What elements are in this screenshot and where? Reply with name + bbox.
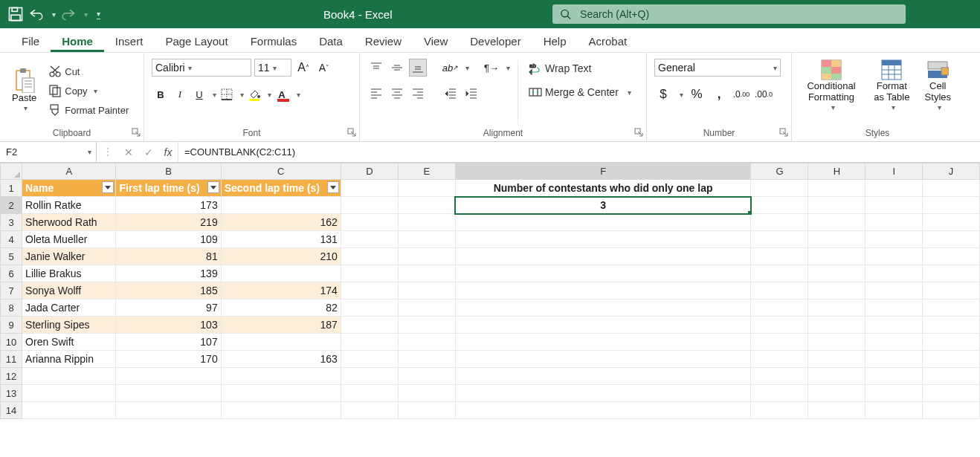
select-all-corner[interactable]	[1, 163, 22, 180]
cell-I6[interactable]	[865, 265, 923, 282]
cell-H11[interactable]	[808, 351, 865, 368]
cell-C11[interactable]: 163	[221, 351, 341, 368]
cell-B12[interactable]	[116, 368, 221, 385]
cell-G7[interactable]	[751, 282, 808, 299]
row-header-6[interactable]: 6	[1, 265, 22, 282]
column-header-A[interactable]: A	[22, 163, 116, 180]
filter-button[interactable]	[102, 181, 114, 193]
cell-D8[interactable]	[341, 299, 398, 317]
cell-A8[interactable]: Jada Carter	[22, 299, 116, 317]
cell-A10[interactable]: Oren Swift	[22, 334, 116, 351]
cell-E9[interactable]	[398, 317, 455, 334]
wrap-text-button[interactable]: abWrap Text	[524, 60, 636, 77]
cell-J11[interactable]	[923, 351, 980, 368]
cell-H14[interactable]	[808, 402, 865, 419]
cell-D4[interactable]	[341, 231, 398, 248]
cell-C4[interactable]: 131	[221, 231, 341, 248]
decrease-indent-button[interactable]	[442, 84, 460, 102]
cell-I3[interactable]	[865, 214, 923, 231]
cell-I7[interactable]	[865, 282, 923, 299]
paste-menu-chevron-icon[interactable]: ▾	[24, 104, 28, 113]
filter-button[interactable]	[207, 181, 219, 193]
cell-A13[interactable]	[22, 385, 116, 402]
cell-G13[interactable]	[751, 385, 808, 402]
cell-D12[interactable]	[341, 368, 398, 385]
redo-menu-chevron-icon[interactable]: ▾	[84, 10, 88, 19]
column-header-E[interactable]: E	[398, 163, 455, 180]
cell-E11[interactable]	[398, 351, 455, 368]
cell-E1[interactable]	[398, 180, 455, 197]
cell-D6[interactable]	[341, 265, 398, 282]
formula-input[interactable]: =COUNTBLANK(C2:C11)	[178, 142, 980, 162]
tab-review[interactable]: Review	[354, 30, 413, 52]
orientation-button[interactable]: ab↗	[442, 59, 460, 77]
cell-J9[interactable]	[923, 317, 980, 334]
font-color-menu-chevron-icon[interactable]: ▾	[297, 91, 300, 99]
formula-dropdown-icon[interactable]: ⋮	[103, 146, 113, 158]
orientation-menu-chevron-icon[interactable]: ▾	[465, 64, 469, 72]
cell-C5[interactable]: 210	[221, 248, 341, 265]
cell-C3[interactable]: 162	[221, 214, 341, 231]
cell-B13[interactable]	[116, 385, 221, 402]
cell-F4[interactable]	[455, 231, 751, 248]
cell-H5[interactable]	[808, 248, 865, 265]
cell-A12[interactable]	[22, 368, 116, 385]
cell-E4[interactable]	[398, 231, 455, 248]
cell-G6[interactable]	[751, 265, 808, 282]
tab-developer[interactable]: Developer	[459, 30, 532, 52]
cell-H8[interactable]	[808, 299, 865, 317]
decrease-font-button[interactable]: A˅	[315, 59, 333, 77]
row-header-14[interactable]: 14	[1, 402, 22, 419]
cell-H10[interactable]	[808, 334, 865, 351]
row-header-13[interactable]: 13	[1, 385, 22, 402]
cell-F8[interactable]	[455, 299, 751, 317]
cell-B3[interactable]: 219	[116, 214, 221, 231]
cell-G11[interactable]	[751, 351, 808, 368]
search-input[interactable]	[578, 7, 898, 21]
column-header-F[interactable]: F	[455, 163, 751, 180]
cell-I8[interactable]	[865, 299, 923, 317]
cell-G4[interactable]	[751, 231, 808, 248]
cell-H3[interactable]	[808, 214, 865, 231]
cell-B9[interactable]: 103	[116, 317, 221, 334]
cell-F9[interactable]	[455, 317, 751, 334]
cell-E13[interactable]	[398, 385, 455, 402]
cut-button[interactable]: Cut	[44, 63, 133, 80]
row-header-2[interactable]: 2	[1, 197, 22, 214]
increase-indent-button[interactable]	[462, 84, 480, 102]
cell-E12[interactable]	[398, 368, 455, 385]
cell-C6[interactable]	[221, 265, 341, 282]
format-as-table-button[interactable]: Format as Table▾	[868, 57, 916, 113]
enter-formula-button[interactable]: ✓	[144, 146, 153, 158]
cell-J1[interactable]	[923, 180, 980, 197]
number-format-select[interactable]: General▾	[654, 59, 781, 77]
cell-F7[interactable]	[455, 282, 751, 299]
cell-J5[interactable]	[923, 248, 980, 265]
cell-I2[interactable]	[865, 197, 923, 214]
borders-menu-chevron-icon[interactable]: ▾	[240, 91, 244, 99]
alignment-dialog-launcher[interactable]	[634, 128, 643, 137]
cell-I9[interactable]	[865, 317, 923, 334]
row-header-7[interactable]: 7	[1, 282, 22, 299]
cell-G5[interactable]	[751, 248, 808, 265]
cell-F3[interactable]	[455, 214, 751, 231]
cell-J13[interactable]	[923, 385, 980, 402]
cell-G3[interactable]	[751, 214, 808, 231]
column-header-G[interactable]: G	[751, 163, 808, 180]
cell-D5[interactable]	[341, 248, 398, 265]
cell-J14[interactable]	[923, 402, 980, 419]
cell-I12[interactable]	[865, 368, 923, 385]
tab-file[interactable]: File	[10, 30, 51, 52]
cell-F2[interactable]: 3	[455, 197, 751, 214]
cell-B10[interactable]: 107	[116, 334, 221, 351]
row-header-8[interactable]: 8	[1, 299, 22, 317]
conditional-formatting-button[interactable]: Conditional Formatting▾	[799, 57, 863, 113]
column-header-J[interactable]: J	[923, 163, 980, 180]
tab-insert[interactable]: Insert	[104, 30, 155, 52]
cell-C14[interactable]	[221, 402, 341, 419]
undo-menu-chevron-icon[interactable]: ▾	[52, 10, 56, 19]
merge-menu-chevron-icon[interactable]: ▾	[628, 88, 631, 97]
italic-button[interactable]: I	[171, 85, 189, 103]
cell-C2[interactable]	[221, 197, 341, 214]
row-header-3[interactable]: 3	[1, 214, 22, 231]
